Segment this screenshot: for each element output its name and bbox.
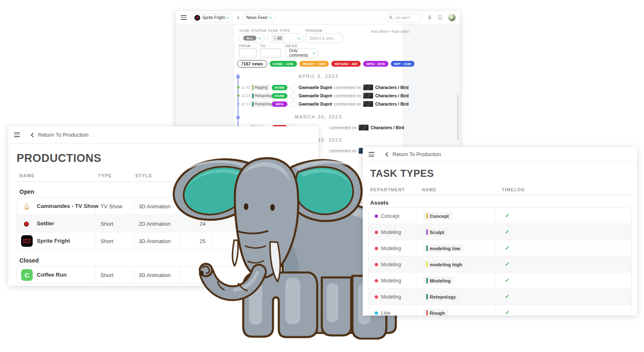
production-name-link[interactable]: Coffee Run bbox=[37, 272, 67, 278]
back-label: Return To Production bbox=[38, 132, 89, 138]
task-type-chip[interactable]: Rough bbox=[423, 309, 448, 316]
search-input[interactable] bbox=[395, 15, 419, 20]
task-types-navbar: Return To Production bbox=[363, 147, 637, 162]
status-badge-wfa[interactable]: WFA : 1578 bbox=[363, 61, 388, 67]
check-icon: ✓ bbox=[505, 229, 510, 235]
status-badge-done[interactable]: DONE : 1206 bbox=[270, 61, 297, 67]
status-badge-ready[interactable]: READY : 1429 bbox=[299, 61, 329, 67]
check-icon: ✓ bbox=[505, 309, 510, 316]
task-type-row[interactable]: Modeling modeling low ✓ bbox=[369, 240, 631, 256]
task-status-select[interactable]: ALL bbox=[239, 33, 265, 43]
news-item[interactable]: 11:23 Retopology DONE Gwenaelle Dupré co… bbox=[241, 92, 409, 99]
person-input[interactable] bbox=[306, 33, 343, 43]
task-type-row[interactable]: Line Rough ✓ bbox=[369, 305, 631, 316]
chevron-down-icon bbox=[226, 16, 229, 19]
to-date-input[interactable] bbox=[260, 48, 281, 58]
infos-value: Only comments bbox=[289, 48, 311, 58]
status-badge-retake[interactable]: RETAKE : 460 bbox=[331, 61, 361, 67]
status-badge: DONE bbox=[272, 93, 287, 99]
task-type-row[interactable]: Modeling Modeling ✓ bbox=[369, 272, 631, 289]
header-divider bbox=[368, 195, 632, 195]
task-type-chip[interactable]: Sculpt bbox=[423, 228, 448, 236]
column-header-name: NAME bbox=[19, 173, 35, 178]
status-badge: WFA bbox=[272, 101, 287, 107]
avatar bbox=[290, 92, 297, 99]
production-name-link[interactable]: Settler bbox=[37, 220, 54, 227]
production-type: TV Show bbox=[101, 203, 122, 210]
department-label: Modeling bbox=[381, 229, 401, 235]
department-dot bbox=[375, 279, 378, 282]
news-action: commented on bbox=[329, 125, 357, 130]
task-type-chip: Retopology bbox=[250, 101, 270, 107]
task-type-chip: Retopology bbox=[250, 93, 270, 99]
department-label: Line bbox=[381, 310, 390, 316]
menu-icon[interactable] bbox=[181, 15, 187, 19]
chevron-down-icon bbox=[269, 16, 272, 19]
production-type: Short bbox=[101, 272, 113, 278]
menu-icon[interactable] bbox=[369, 152, 374, 156]
task-type-chip[interactable]: modeling low bbox=[423, 244, 463, 252]
check-icon: ✓ bbox=[505, 212, 510, 219]
column-header-department: DEPARTMENT bbox=[370, 187, 405, 192]
production-select[interactable]: Sprite Fright bbox=[190, 13, 233, 22]
page-title: PRODUCTIONS bbox=[17, 152, 101, 165]
page-select[interactable]: News Feed bbox=[242, 13, 275, 22]
task-type-row[interactable]: Concept Concept ✓ bbox=[369, 208, 631, 224]
news-target-link[interactable]: Characters / Bird bbox=[375, 85, 409, 90]
production-name: Sprite Fright bbox=[202, 15, 225, 20]
scrollbar[interactable] bbox=[457, 95, 459, 140]
news-item[interactable]: 11:42 Rigging DONE Gwenaelle Dupré comme… bbox=[241, 84, 409, 91]
infos-select[interactable]: Only comments bbox=[285, 48, 319, 58]
task-type-row[interactable]: Modeling Sculpt ✓ bbox=[369, 224, 631, 240]
status-badge: DONE bbox=[272, 85, 287, 90]
back-label: Return To Production bbox=[393, 152, 441, 157]
department-dot bbox=[375, 231, 378, 234]
from-label: FROM bbox=[239, 44, 251, 48]
department-dot bbox=[375, 247, 378, 250]
task-type-chip[interactable]: Modeling bbox=[423, 277, 454, 284]
task-type-row[interactable]: Modeling Retopology ✓ bbox=[369, 289, 631, 305]
department-dot bbox=[375, 295, 378, 299]
from-date-input[interactable] bbox=[239, 48, 256, 58]
task-type-select[interactable]: All bbox=[268, 33, 304, 43]
back-button[interactable]: Return To Production bbox=[386, 152, 441, 157]
news-action: commented on bbox=[334, 85, 361, 90]
news-target-link[interactable]: Characters / Bird bbox=[371, 125, 404, 130]
news-item[interactable]: 11:17 Retopology WFA Gwenaelle Dupré com… bbox=[241, 101, 409, 107]
task-type-chip[interactable]: Retopology bbox=[423, 293, 459, 301]
news-target-link[interactable]: Characters / Bird bbox=[375, 102, 409, 106]
user-avatar[interactable] bbox=[448, 14, 456, 22]
menu-icon[interactable] bbox=[14, 133, 20, 137]
notifications-bell-icon[interactable] bbox=[438, 15, 443, 20]
news-author: Gwenaelle Dupré bbox=[299, 102, 332, 106]
news-time: 11:23 bbox=[241, 94, 249, 98]
status-badge-wip[interactable]: WIP : 1185 bbox=[391, 61, 414, 67]
quick-actions-icon[interactable] bbox=[427, 15, 432, 20]
task-type-chip[interactable]: modeling high bbox=[423, 260, 466, 268]
page-name: News Feed bbox=[246, 15, 267, 20]
task-type-chip[interactable]: Concept bbox=[423, 212, 452, 220]
task-status-label: TASK STATUS bbox=[239, 29, 266, 33]
news-thumbnail bbox=[359, 125, 369, 130]
less-filters-link[interactable]: less filters • hide stats bbox=[371, 29, 409, 34]
back-button[interactable]: Return To Production bbox=[31, 132, 89, 138]
news-target-link[interactable]: Characters / Bird bbox=[375, 94, 409, 98]
production-name-link[interactable]: Sprite Fright bbox=[37, 238, 70, 244]
section-open: Open bbox=[19, 188, 34, 195]
page-title: TASK TYPES bbox=[370, 168, 434, 179]
check-icon: ✓ bbox=[505, 277, 510, 283]
department-label: Modeling bbox=[381, 278, 401, 284]
global-search[interactable] bbox=[385, 13, 422, 22]
news-total-badge[interactable]: 7167 news bbox=[237, 60, 267, 68]
task-type-row[interactable]: Modeling modeling high ✓ bbox=[369, 256, 631, 272]
column-header-timelog: TIMELOG bbox=[502, 187, 525, 192]
search-icon bbox=[389, 15, 393, 20]
chevron-down-icon bbox=[259, 36, 261, 39]
section-assets: Assets bbox=[370, 200, 388, 206]
production-thumbnail: SPRITE FRIGHT bbox=[21, 235, 33, 247]
production-name-link[interactable]: Caminandes - TV Show bbox=[37, 203, 98, 209]
news-action: commented on bbox=[334, 94, 361, 98]
news-thumbnail bbox=[363, 93, 373, 99]
stats-row: 7167 news DONE : 1206 READY : 1429 RETAK… bbox=[237, 60, 414, 68]
production-thumbnail: C bbox=[21, 269, 33, 281]
